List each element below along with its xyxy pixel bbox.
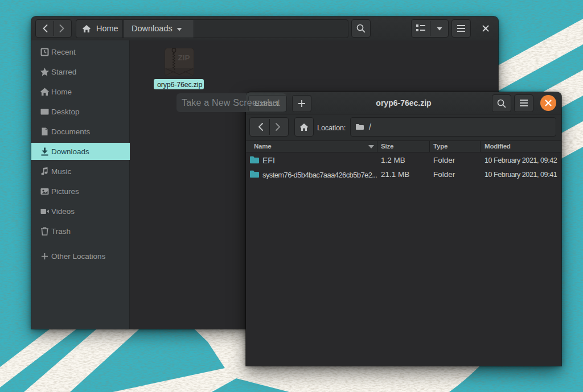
svg-text:ZIP: ZIP xyxy=(178,53,190,62)
